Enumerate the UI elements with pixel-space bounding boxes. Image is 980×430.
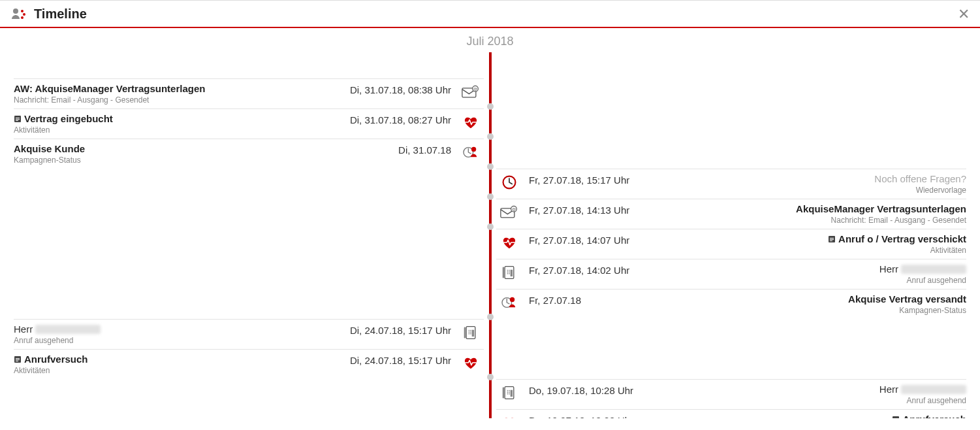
close-icon[interactable]: ✕ bbox=[958, 6, 970, 23]
heart-icon bbox=[462, 354, 480, 372]
svg-point-49 bbox=[507, 391, 509, 393]
svg-rect-8 bbox=[16, 118, 20, 118]
timeline-entry[interactable]: Fr, 27.07.18, 15:17 UhrNoch offene Frage… bbox=[496, 169, 966, 201]
timeline: @Di, 31.07.18, 08:38 UhrAW: AkquiseManag… bbox=[0, 52, 980, 418]
entry-subtitle: Wiedervorlage bbox=[636, 186, 966, 195]
timeline-dot bbox=[487, 193, 494, 200]
timeline-dot bbox=[487, 133, 494, 140]
timeline-entry[interactable]: Fr, 27.07.18, 14:02 UhrHerr Anruf ausgeh… bbox=[496, 259, 966, 291]
svg-rect-43 bbox=[16, 359, 20, 360]
entry-date: Fr, 27.07.18, 14:07 Uhr bbox=[522, 233, 636, 246]
entry-title: Vertrag eingebucht bbox=[14, 113, 343, 124]
entry-text: AkquiseManager VertragsunterlagenNachric… bbox=[636, 203, 966, 225]
svg-point-48 bbox=[509, 390, 510, 391]
svg-point-34 bbox=[469, 330, 470, 331]
timeline-entry[interactable]: Do, 19.07.18, 10:28 Uhr AnrufversuchAkti… bbox=[496, 409, 966, 418]
entry-subtitle: Anruf ausgehend bbox=[636, 276, 966, 285]
entry-title: Herr bbox=[14, 323, 343, 335]
entry-title: Herr bbox=[636, 263, 966, 274]
clock-icon bbox=[500, 173, 518, 191]
timeline-entry[interactable]: Fr, 27.07.18Akquise Vertrag versandtKamp… bbox=[496, 289, 966, 322]
svg-rect-20 bbox=[830, 240, 832, 241]
entry-text: Vertrag eingebuchtAktivitäten bbox=[14, 113, 343, 135]
email-icon: @ bbox=[500, 203, 518, 222]
svg-point-27 bbox=[507, 273, 509, 274]
svg-point-24 bbox=[509, 270, 510, 271]
svg-rect-44 bbox=[16, 361, 18, 361]
timeline-entry[interactable]: @Fr, 27.07.18, 14:13 UhrAkquiseManager V… bbox=[496, 199, 966, 231]
phone-icon bbox=[462, 323, 480, 342]
svg-rect-46 bbox=[511, 390, 513, 397]
svg-point-25 bbox=[507, 271, 509, 273]
svg-rect-22 bbox=[511, 270, 513, 276]
svg-rect-33 bbox=[472, 330, 474, 337]
entry-date: Di, 31.07.18, 08:38 Uhr bbox=[343, 83, 458, 95]
svg-rect-42 bbox=[16, 358, 20, 359]
entry-subtitle: Kampagnen-Status bbox=[14, 156, 392, 165]
entry-text: AnrufversuchAktivitäten bbox=[14, 354, 343, 375]
entry-text: Akquise Vertrag versandtKampagnen-Status bbox=[588, 293, 966, 315]
entry-subtitle: Aktivitäten bbox=[14, 125, 343, 135]
svg-point-28 bbox=[509, 273, 510, 274]
entry-subtitle: Anruf ausgehend bbox=[640, 396, 966, 405]
entry-subtitle: Aktivitäten bbox=[14, 366, 343, 375]
entry-title: Anruf o / Vertrag verschickt bbox=[636, 233, 966, 244]
svg-point-26 bbox=[509, 271, 510, 273]
campaign-icon bbox=[462, 143, 480, 161]
svg-point-2 bbox=[23, 13, 25, 16]
svg-point-36 bbox=[469, 331, 470, 333]
page-title: Timeline bbox=[34, 7, 87, 22]
entry-title: Akquise Vertrag versandt bbox=[588, 293, 966, 305]
timeline-entry[interactable]: Di, 31.07.18Akquise KundeKampagnen-Statu… bbox=[14, 139, 484, 171]
entry-title: Noch offene Fragen? bbox=[636, 173, 966, 184]
svg-point-12 bbox=[471, 147, 476, 152]
phone-icon bbox=[500, 263, 518, 282]
entry-title: Anrufversuch bbox=[640, 414, 966, 418]
svg-point-1 bbox=[21, 10, 24, 12]
svg-text:@: @ bbox=[512, 207, 516, 211]
timeline-entry[interactable]: Di, 24.07.18, 15:17 Uhr AnrufversuchAkti… bbox=[14, 349, 484, 382]
month-label: Juli 2018 bbox=[0, 28, 980, 52]
entry-text: Anruf o / Vertrag verschicktAktivitäten bbox=[636, 233, 966, 255]
svg-point-38 bbox=[469, 333, 470, 335]
heart-icon bbox=[462, 113, 480, 131]
svg-point-3 bbox=[21, 16, 24, 19]
entry-subtitle: Kampagnen-Status bbox=[588, 306, 966, 315]
entry-date: Do, 19.07.18, 10:28 Uhr bbox=[522, 414, 640, 418]
svg-rect-53 bbox=[503, 387, 505, 398]
timeline-entry[interactable]: Di, 31.07.18, 08:27 Uhr Vertrag eingebuc… bbox=[14, 108, 484, 141]
timeline-entry[interactable]: @Di, 31.07.18, 08:38 UhrAW: AkquiseManag… bbox=[14, 78, 484, 111]
timeline-entry[interactable]: Di, 24.07.18, 15:17 UhrHerr Anruf ausgeh… bbox=[14, 319, 484, 352]
entry-date: Di, 31.07.18, 08:27 Uhr bbox=[343, 113, 458, 125]
svg-rect-29 bbox=[503, 267, 505, 278]
entry-text: AW: AkquiseManager VertragsunterlagenNac… bbox=[14, 83, 343, 105]
entry-subtitle: Nachricht: Email - Ausgang - Gesendet bbox=[636, 216, 966, 225]
redacted-name bbox=[901, 385, 966, 394]
entry-subtitle: Aktivitäten bbox=[636, 246, 966, 255]
svg-rect-19 bbox=[830, 239, 834, 240]
entry-date: Fr, 27.07.18, 14:02 Uhr bbox=[522, 263, 636, 276]
entry-text: Akquise KundeKampagnen-Status bbox=[14, 143, 392, 165]
heart-icon bbox=[500, 414, 518, 418]
svg-rect-18 bbox=[830, 238, 834, 239]
entry-date: Fr, 27.07.18, 14:13 Uhr bbox=[522, 203, 636, 216]
svg-point-50 bbox=[509, 391, 510, 393]
svg-point-31 bbox=[510, 297, 514, 302]
entry-subtitle: Anruf ausgehend bbox=[14, 336, 343, 345]
timeline-entry[interactable]: Fr, 27.07.18, 14:07 Uhr Anruf o / Vertra… bbox=[496, 229, 966, 261]
entry-date: Do, 19.07.18, 10:28 Uhr bbox=[522, 384, 640, 396]
svg-rect-40 bbox=[464, 327, 466, 338]
campaign-icon bbox=[500, 293, 518, 312]
entry-text: Herr Anruf ausgehend bbox=[640, 384, 966, 405]
app-logo-icon bbox=[10, 6, 26, 22]
timeline-dot bbox=[487, 163, 494, 170]
svg-rect-10 bbox=[16, 120, 18, 121]
svg-point-47 bbox=[507, 390, 509, 391]
timeline-entry[interactable]: Do, 19.07.18, 10:28 UhrHerr Anruf ausgeh… bbox=[496, 379, 966, 412]
entry-title: Akquise Kunde bbox=[14, 143, 392, 154]
redacted-name bbox=[901, 265, 966, 274]
entry-text: AnrufversuchAktivitäten bbox=[640, 414, 966, 418]
heart-icon bbox=[500, 233, 518, 252]
entry-date: Di, 24.07.18, 15:17 Uhr bbox=[343, 354, 458, 366]
entry-title: AW: AkquiseManager Vertragsunterlagen bbox=[14, 83, 343, 94]
